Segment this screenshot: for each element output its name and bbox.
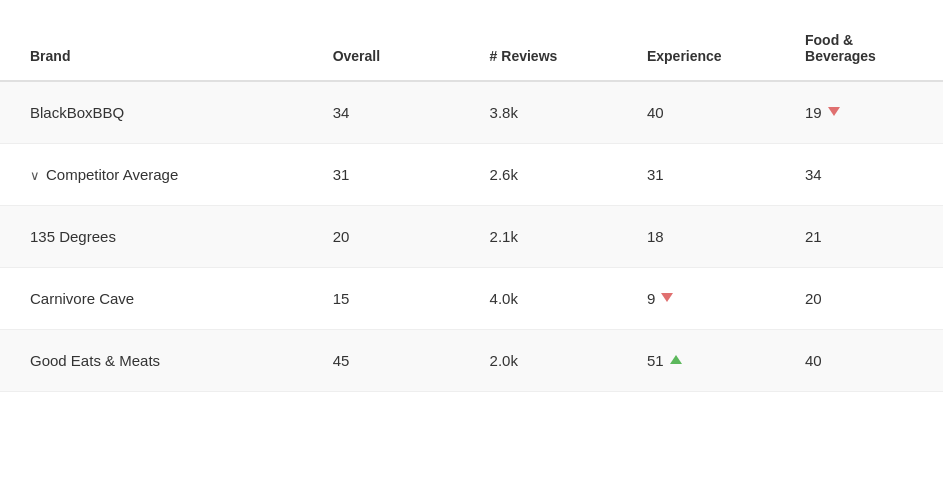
cell-overall-competitor-average: 31 — [313, 144, 470, 206]
experience-value: 51 — [647, 352, 664, 369]
cell-overall-carnivore-cave: 15 — [313, 268, 470, 330]
cell-brand-good-eats-meats: Good Eats & Meats — [0, 330, 313, 392]
table-header: Brand Overall # Reviews Experience Food … — [0, 0, 943, 81]
cell-brand-competitor-average: ∨Competitor Average — [0, 144, 313, 206]
table-row[interactable]: ∨Competitor Average312.6k3134 — [0, 144, 943, 206]
cell-experience-135-degrees: 18 — [627, 206, 785, 268]
brand-name: Carnivore Cave — [30, 290, 134, 307]
cell-overall-blackboxbbq: 34 — [313, 81, 470, 144]
cell-brand-blackboxbbq: BlackBoxBBQ — [0, 81, 313, 144]
header-reviews-label: # Reviews — [490, 48, 558, 64]
cell-reviews-135-degrees: 2.1k — [470, 206, 627, 268]
header-row: Brand Overall # Reviews Experience Food … — [0, 0, 943, 81]
experience-value: 40 — [647, 104, 664, 121]
experience-value: 9 — [647, 290, 655, 307]
cell-experience-good-eats-meats: 51 — [627, 330, 785, 392]
header-overall: Overall — [313, 0, 470, 81]
food-value: 40 — [805, 352, 822, 369]
cell-reviews-competitor-average: 2.6k — [470, 144, 627, 206]
table-row: Carnivore Cave154.0k920 — [0, 268, 943, 330]
brand-name: BlackBoxBBQ — [30, 104, 124, 121]
food-value: 20 — [805, 290, 822, 307]
chevron-down-icon[interactable]: ∨ — [30, 168, 40, 183]
table-row: 135 Degrees202.1k1821 — [0, 206, 943, 268]
cell-brand-carnivore-cave: Carnivore Cave — [0, 268, 313, 330]
food-value: 34 — [805, 166, 822, 183]
cell-food-competitor-average: 34 — [785, 144, 943, 206]
table-body: BlackBoxBBQ343.8k4019∨Competitor Average… — [0, 81, 943, 392]
cell-food-135-degrees: 21 — [785, 206, 943, 268]
trend-down-icon — [828, 107, 840, 116]
cell-food-blackboxbbq: 19 — [785, 81, 943, 144]
cell-experience-competitor-average: 31 — [627, 144, 785, 206]
header-brand: Brand — [0, 0, 313, 81]
cell-food-good-eats-meats: 40 — [785, 330, 943, 392]
food-value: 21 — [805, 228, 822, 245]
brand-comparison-table: Brand Overall # Reviews Experience Food … — [0, 0, 943, 392]
header-food-beverages: Food &Beverages — [785, 0, 943, 81]
trend-up-icon — [670, 355, 682, 364]
table-container: Brand Overall # Reviews Experience Food … — [0, 0, 943, 392]
table-row: BlackBoxBBQ343.8k4019 — [0, 81, 943, 144]
header-food-beverages-label: Food &Beverages — [805, 32, 876, 64]
brand-name: 135 Degrees — [30, 228, 116, 245]
header-overall-label: Overall — [333, 48, 380, 64]
experience-value: 18 — [647, 228, 664, 245]
header-experience: Experience — [627, 0, 785, 81]
cell-overall-135-degrees: 20 — [313, 206, 470, 268]
cell-brand-135-degrees: 135 Degrees — [0, 206, 313, 268]
cell-food-carnivore-cave: 20 — [785, 268, 943, 330]
cell-experience-blackboxbbq: 40 — [627, 81, 785, 144]
header-brand-label: Brand — [30, 48, 70, 64]
table-row: Good Eats & Meats452.0k5140 — [0, 330, 943, 392]
cell-reviews-carnivore-cave: 4.0k — [470, 268, 627, 330]
cell-overall-good-eats-meats: 45 — [313, 330, 470, 392]
cell-reviews-blackboxbbq: 3.8k — [470, 81, 627, 144]
brand-name: Competitor Average — [46, 166, 178, 183]
food-value: 19 — [805, 104, 822, 121]
cell-reviews-good-eats-meats: 2.0k — [470, 330, 627, 392]
brand-name: Good Eats & Meats — [30, 352, 160, 369]
header-experience-label: Experience — [647, 48, 722, 64]
header-reviews: # Reviews — [470, 0, 627, 81]
trend-down-icon — [661, 293, 673, 302]
experience-value: 31 — [647, 166, 664, 183]
cell-experience-carnivore-cave: 9 — [627, 268, 785, 330]
